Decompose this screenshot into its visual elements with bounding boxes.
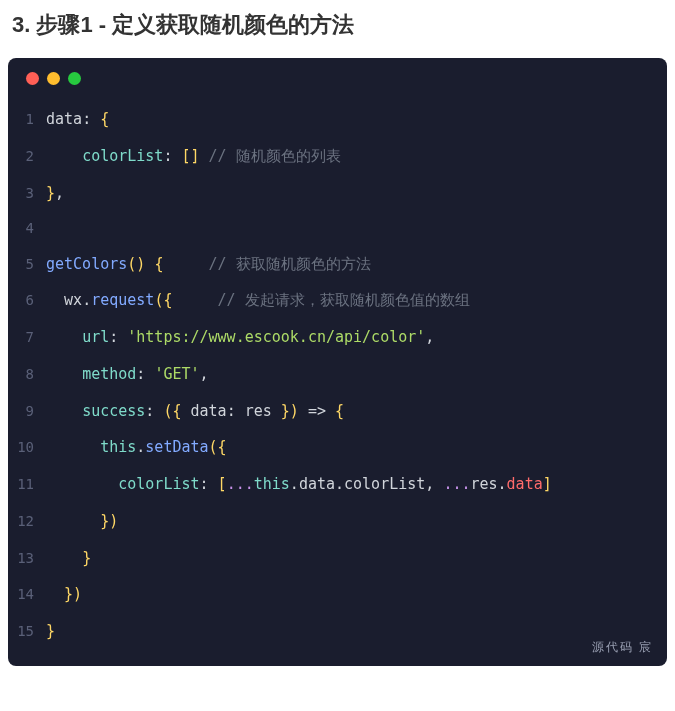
code-token: : [82,110,100,128]
line-content: wx.request({ // 发起请求，获取随机颜色值的数组 [46,282,667,319]
code-line: 15} [8,613,667,650]
code-line: 2 colorList: [] // 随机颜色的列表 [8,138,667,175]
code-token: setData [145,438,208,456]
code-token: colorList [118,475,199,493]
code-token: this [100,438,136,456]
code-token: 'https://www.escook.cn/api/color' [127,328,425,346]
code-line: 1data: { [8,101,667,138]
code-token: } [82,549,91,567]
code-area: 1data: {2 colorList: [] // 随机颜色的列表3},45g… [8,91,667,666]
code-line: 7 url: 'https://www.escook.cn/api/color'… [8,319,667,356]
line-number: 5 [8,247,46,281]
code-token: this [254,475,290,493]
code-line: 10 this.setData({ [8,429,667,466]
line-content: }) [46,503,667,540]
code-token: // 随机颜色的列表 [200,147,341,165]
code-token: data [507,475,543,493]
code-token: success [82,402,145,420]
code-token: : [109,328,127,346]
code-line: 5getColors() { // 获取随机颜色的方法 [8,246,667,283]
line-content: method: 'GET', [46,356,667,393]
code-line: 9 success: ({ data: res }) => { [8,393,667,430]
code-token: getColors [46,255,127,273]
code-token: . [498,475,507,493]
code-token: [] [181,147,199,165]
line-content: getColors() { // 获取随机颜色的方法 [46,246,667,283]
code-token [46,549,82,567]
code-token: : [200,475,218,493]
code-token: }) [64,585,82,603]
maximize-dot-icon [68,72,81,85]
code-token: . [335,475,344,493]
line-number: 11 [8,467,46,501]
line-content: url: 'https://www.escook.cn/api/color', [46,319,667,356]
code-editor: 1data: {2 colorList: [] // 随机颜色的列表3},45g… [8,58,667,666]
minimize-dot-icon [47,72,60,85]
line-content: } [46,540,667,577]
code-token [46,585,64,603]
code-token [46,365,82,383]
code-token: method [82,365,136,383]
code-token: // 发起请求，获取随机颜色值的数组 [172,291,469,309]
code-token: , [425,328,434,346]
code-token: , [200,365,209,383]
line-number: 15 [8,614,46,648]
code-token: } [46,622,55,640]
code-token [46,328,82,346]
close-dot-icon [26,72,39,85]
code-token: ] [543,475,552,493]
code-token: } [46,184,55,202]
code-token: () [127,255,145,273]
code-token: ({ [163,402,190,420]
code-token: . [290,475,299,493]
code-token [46,438,100,456]
line-number: 8 [8,357,46,391]
code-token: . [136,438,145,456]
line-number: 10 [8,430,46,464]
code-token [46,475,118,493]
code-token: . [82,291,91,309]
code-token: // 获取随机颜色的方法 [163,255,370,273]
code-token: : [145,402,163,420]
code-token: ... [227,475,254,493]
code-token: ({ [154,291,172,309]
code-token: : [227,402,245,420]
code-token: }) [272,402,299,420]
code-line: 3}, [8,175,667,212]
line-number: 6 [8,283,46,317]
line-number: 12 [8,504,46,538]
code-token: colorList [82,147,163,165]
line-number: 9 [8,394,46,428]
code-token [46,402,82,420]
code-token: [ [218,475,227,493]
line-number: 7 [8,320,46,354]
code-line: 12 }) [8,503,667,540]
code-token: colorList [344,475,425,493]
code-token: , [55,184,64,202]
line-content: colorList: [] // 随机颜色的列表 [46,138,667,175]
code-token: url [82,328,109,346]
code-line: 6 wx.request({ // 发起请求，获取随机颜色值的数组 [8,282,667,319]
code-token: res [245,402,272,420]
code-token: ({ [209,438,227,456]
line-number: 1 [8,102,46,136]
code-token [46,147,82,165]
line-number: 4 [8,211,46,245]
code-token [46,291,64,309]
watermark-text: 源代码 宸 [592,639,653,656]
code-token: : [163,147,181,165]
code-token: wx [64,291,82,309]
code-line: 4 [8,211,667,245]
code-line: 11 colorList: [...this.data.colorList, .… [8,466,667,503]
line-content: }) [46,576,667,613]
code-token: data [191,402,227,420]
code-line: 14 }) [8,576,667,613]
line-number: 14 [8,577,46,611]
line-content: } [46,613,667,650]
code-token: data [299,475,335,493]
code-token: 'GET' [154,365,199,383]
code-token: data [46,110,82,128]
code-line: 8 method: 'GET', [8,356,667,393]
code-token: { [335,402,344,420]
code-token: : [136,365,154,383]
